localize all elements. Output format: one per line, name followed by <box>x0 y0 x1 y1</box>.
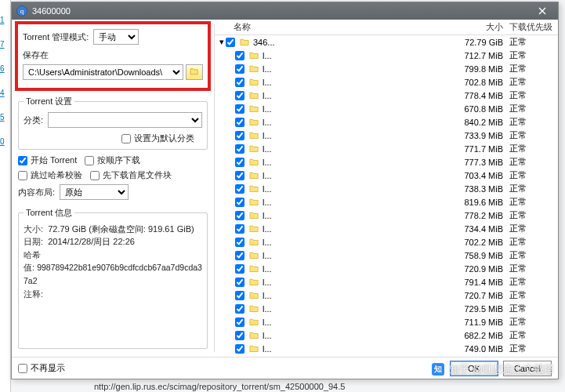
folder-icon <box>249 183 259 194</box>
info-hash: 998789422b81e9076b9cdfcdcb67aa7d9cda37a2 <box>24 263 202 285</box>
file-row[interactable]: l...711.9 MiB正常 <box>215 315 558 328</box>
file-row[interactable]: l...703.4 MiB正常 <box>215 169 558 182</box>
mgmt-mode-label: Torrent 管理模式: <box>23 31 89 43</box>
file-row[interactable]: l...758.9 MiB正常 <box>215 249 558 262</box>
file-row[interactable]: l...729.5 MiB正常 <box>215 302 558 315</box>
file-row[interactable]: l...771.7 MiB正常 <box>215 142 558 155</box>
torrent-info-group: Torrent 信息 大小: 72.79 GiB (剩余磁盘空间: 919.61… <box>18 206 208 349</box>
file-root-row[interactable]: ▾346...72.79 GiB正常 <box>215 35 558 49</box>
column-headers: 名称 大小 下载优先级 <box>215 20 558 35</box>
zhihu-icon: 知 <box>432 363 444 376</box>
browse-button[interactable] <box>186 64 203 80</box>
folder-icon <box>249 317 259 327</box>
file-row[interactable]: l...791.4 MiB正常 <box>215 275 558 289</box>
mgmt-mode-select[interactable]: 手动 <box>93 29 139 45</box>
first-last-checkbox[interactable]: 先下载首尾文件块 <box>90 169 172 181</box>
col-priority[interactable]: 下载优先级 <box>509 21 558 33</box>
torrent-settings-group: Torrent 设置 分类: 设置为默认分类 <box>18 96 208 150</box>
folder-icon <box>249 343 259 354</box>
file-row[interactable]: l...840.2 MiB正常 <box>215 115 558 129</box>
start-torrent-checkbox[interactable]: 开始 Torrent <box>18 154 77 166</box>
folder-icon <box>249 330 259 340</box>
folder-icon <box>249 237 259 247</box>
titlebar: q 34600000 <box>12 2 558 20</box>
folder-icon <box>249 223 259 234</box>
save-in-label: 保存在 <box>23 49 49 61</box>
folder-icon <box>190 67 199 77</box>
folder-icon <box>249 103 259 114</box>
file-list-panel: 名称 大小 下载优先级 ▾346...72.79 GiB正常l...712.7 … <box>215 20 558 357</box>
folder-icon <box>249 90 259 100</box>
info-size: 72.79 GiB (剩余磁盘空间: 919.61 GiB) <box>48 224 194 234</box>
folder-icon <box>249 143 259 154</box>
folder-icon <box>249 263 259 274</box>
folder-icon <box>249 117 259 127</box>
folder-icon <box>249 303 259 314</box>
info-legend: Torrent 信息 <box>24 206 74 220</box>
category-label: 分类: <box>24 114 43 126</box>
folder-icon <box>249 197 259 207</box>
default-category-checkbox[interactable]: 设置为默认分类 <box>121 132 194 144</box>
folder-icon <box>240 37 250 47</box>
save-path-input[interactable]: C:\Users\Administrator\Downloads\ <box>23 64 183 80</box>
file-row[interactable]: l...670.8 MiB正常 <box>215 102 558 115</box>
file-row[interactable]: l...682.2 MiB正常 <box>215 328 558 342</box>
settings-legend: Torrent 设置 <box>24 96 74 107</box>
file-list[interactable]: ▾346...72.79 GiB正常l...712.7 MiB正常l...799… <box>215 35 558 357</box>
close-button[interactable] <box>531 4 553 18</box>
folder-icon <box>249 157 259 167</box>
file-row[interactable]: l...734.4 MiB正常 <box>215 222 558 235</box>
file-row[interactable]: l...720.9 MiB正常 <box>215 262 558 275</box>
file-row[interactable]: l...778.2 MiB正常 <box>215 209 558 222</box>
folder-icon <box>249 277 259 287</box>
folder-icon <box>249 250 259 260</box>
file-row[interactable]: l...702.8 MiB正常 <box>215 75 558 89</box>
left-panel: Torrent 管理模式: 手动 保存在 C:\Users\Administra… <box>12 20 214 357</box>
skip-hash-checkbox[interactable]: 跳过哈希校验 <box>18 169 82 181</box>
folder-icon <box>249 210 259 220</box>
file-row[interactable]: l...702.2 MiB正常 <box>215 235 558 249</box>
highlight-box: Torrent 管理模式: 手动 保存在 C:\Users\Administra… <box>15 21 211 91</box>
info-date: 2014/12/28/周日 22:26 <box>48 237 135 246</box>
col-size[interactable]: 大小 <box>455 21 509 33</box>
file-row[interactable]: l...720.7 MiB正常 <box>215 289 558 302</box>
folder-icon <box>249 50 259 60</box>
folder-icon <box>249 77 259 87</box>
background-url-text: nttp://gen.lip.rus.ec/scimag/repository_… <box>94 382 345 391</box>
file-row[interactable]: l...712.7 MiB正常 <box>215 49 558 62</box>
add-torrent-dialog: q 34600000 Torrent 管理模式: 手动 保存在 <box>11 2 559 379</box>
window-title: 34600000 <box>32 6 71 16</box>
file-row[interactable]: l...778.4 MiB正常 <box>215 89 558 102</box>
layout-label: 内容布局: <box>18 187 55 198</box>
watermark: 知 知乎 @旺想志士文截塔 <box>432 362 554 376</box>
folder-icon <box>249 290 259 300</box>
file-row[interactable]: l...749.0 MiB正常 <box>215 342 558 355</box>
file-row[interactable]: l...738.3 MiB正常 <box>215 182 558 195</box>
category-select[interactable] <box>48 112 202 128</box>
folder-icon <box>249 64 259 74</box>
file-row[interactable]: l...799.8 MiB正常 <box>215 62 558 75</box>
file-row[interactable]: l...819.6 MiB正常 <box>215 195 558 209</box>
dont-show-checkbox[interactable]: 不再显示 <box>18 362 65 374</box>
layout-select[interactable]: 原始 <box>60 184 129 200</box>
app-icon: q <box>16 5 27 16</box>
folder-icon <box>249 170 259 180</box>
sequential-checkbox[interactable]: 按顺序下载 <box>85 154 140 166</box>
file-row[interactable]: l...777.3 MiB正常 <box>215 155 558 169</box>
file-row[interactable]: l...733.9 MiB正常 <box>215 129 558 142</box>
folder-icon <box>249 130 259 140</box>
col-name[interactable]: 名称 <box>234 21 455 33</box>
info-note-label: 注释: <box>24 289 43 299</box>
